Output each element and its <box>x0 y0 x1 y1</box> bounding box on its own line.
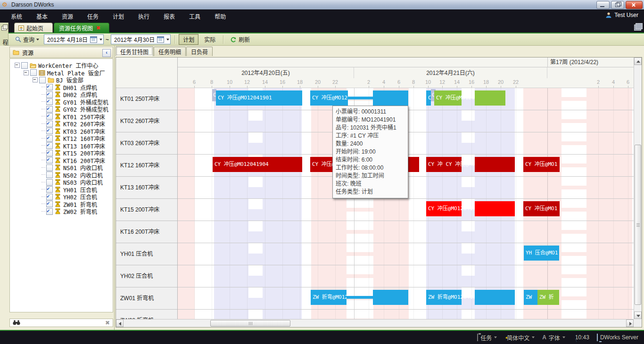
status-item-简体中文[interactable]: 简体中文 <box>504 334 535 342</box>
refresh-button[interactable]: 刷新 <box>227 34 253 44</box>
gantt-tab-任务明细[interactable]: 任务明细 <box>154 47 186 56</box>
tab-home-page[interactable]: 起始页 <box>14 23 53 33</box>
tree-checkbox[interactable] <box>46 201 53 207</box>
menu-item-系统[interactable]: 系统 <box>4 10 29 22</box>
tree-checkbox[interactable] <box>46 84 53 90</box>
task-bar[interactable]: ZW <box>524 290 537 305</box>
scroll-right-button[interactable] <box>626 319 634 327</box>
menu-item-工具[interactable]: 工具 <box>182 10 207 22</box>
tree-item[interactable]: ZW01 折弯机 <box>10 201 113 208</box>
date-from-dropdown-icon[interactable] <box>99 39 102 41</box>
tree-item[interactable]: NS03 内收口机 <box>10 179 113 186</box>
tree-item[interactable]: GY01 外桶成型机 <box>10 98 113 106</box>
task-bar[interactable]: YH 压合@MO1 <box>524 246 559 261</box>
tree-checkbox[interactable] <box>46 98 53 105</box>
status-item-任务[interactable]: 任务 <box>477 334 497 342</box>
tree-checkbox[interactable] <box>46 186 53 193</box>
tree-checkbox[interactable] <box>46 157 53 164</box>
task-bar[interactable]: CY 冲 CY 冲压@MO12041904 <box>426 157 462 172</box>
horizontal-scroll-thumb[interactable] <box>210 320 290 327</box>
task-bar[interactable]: C <box>426 90 431 106</box>
task-bar[interactable]: CY 冲压@MO1 <box>523 157 560 172</box>
task-bar[interactable]: CY 冲压@MO12041904 <box>213 157 302 172</box>
clear-search-icon[interactable]: ✖ <box>105 319 110 326</box>
menu-item-报表[interactable]: 报表 <box>157 10 182 22</box>
task-bar[interactable]: ZW 折弯@MO12041901 <box>426 290 462 305</box>
task-bar[interactable]: CY 冲压@MO12041901 <box>310 90 348 106</box>
gantt-tab-任务甘特图[interactable]: 任务甘特图 <box>116 46 153 56</box>
tab-resource-task-view[interactable]: 资源任务视图 ✖ <box>54 23 109 33</box>
tree-item[interactable]: KT13 160T冲床 <box>10 142 113 150</box>
status-item-DWorks Server[interactable]: DWorks Server <box>597 334 638 341</box>
tree-checkbox[interactable] <box>39 77 46 83</box>
task-bar[interactable] <box>373 90 408 106</box>
menu-item-基本[interactable]: 基本 <box>29 10 55 22</box>
task-bar[interactable] <box>475 90 505 106</box>
scroll-up-button[interactable] <box>634 57 642 65</box>
tree-checkbox[interactable] <box>46 91 53 98</box>
task-bar[interactable]: CY 冲压@MO12041903 <box>426 201 462 216</box>
plan-toggle-button[interactable]: 计划 <box>179 34 198 45</box>
tree-checkbox[interactable] <box>46 121 53 127</box>
tree-checkbox[interactable] <box>46 179 53 186</box>
minimize-button[interactable] <box>596 1 610 9</box>
dropdown-icon[interactable] <box>532 336 535 338</box>
tree-item[interactable]: YH02 压合机 <box>10 193 113 201</box>
task-bar[interactable]: CY 冲压@MO1 <box>523 201 560 216</box>
vertical-scrollbar[interactable] <box>634 57 642 319</box>
tree-checkbox[interactable] <box>46 142 53 149</box>
tree-checkbox[interactable] <box>46 150 53 156</box>
status-item-10:43[interactable]: 10:43 <box>573 334 589 341</box>
menu-item-资源[interactable]: 资源 <box>55 10 80 22</box>
date-to-field[interactable]: 2012年 4月30日 <box>111 34 171 44</box>
expander-icon[interactable] <box>33 77 38 82</box>
tree-checkbox[interactable] <box>46 208 53 215</box>
tree-item[interactable]: NS02 内收口机 <box>10 172 113 179</box>
tree-checkbox[interactable] <box>46 106 53 113</box>
status-item-字体[interactable]: A字体 <box>542 334 565 342</box>
task-bar[interactable] <box>475 201 515 216</box>
tree-item[interactable]: GY02 外桶成型机 <box>10 106 113 113</box>
gantt-tab-日负荷[interactable]: 日负荷 <box>186 47 213 56</box>
close-button[interactable] <box>626 1 643 9</box>
tree-item[interactable]: KT01 250T冲床 <box>10 113 113 121</box>
scroll-down-button[interactable] <box>634 311 642 319</box>
vertical-scroll-thumb[interactable] <box>635 145 641 305</box>
tree-item[interactable]: YH01 压合机 <box>10 186 113 194</box>
task-bar[interactable]: ZW 折 <box>537 290 559 305</box>
expander-icon[interactable] <box>15 63 20 68</box>
task-bar[interactable] <box>373 290 408 305</box>
tree-item[interactable]: KT12 160T冲床 <box>10 135 113 142</box>
expander-icon[interactable] <box>24 70 29 75</box>
tree-checkbox[interactable] <box>46 113 53 120</box>
tree-item[interactable]: WorkCenter 工作中心 <box>10 62 113 69</box>
menu-item-帮助[interactable]: 帮助 <box>207 10 233 22</box>
tree-item[interactable]: DH02 点焊机 <box>10 91 113 98</box>
tree-checkbox[interactable] <box>46 194 53 200</box>
tree-checkbox[interactable] <box>46 164 53 171</box>
tree-item[interactable]: Metal Plate 钣金厂 <box>10 69 113 77</box>
tree-checkbox[interactable] <box>30 69 37 76</box>
tree-item[interactable]: NS01 内收口机 <box>10 164 113 172</box>
restore-button[interactable] <box>611 1 624 9</box>
task-bar[interactable] <box>347 296 373 299</box>
tree-item[interactable]: DH01 点焊机 <box>10 84 113 91</box>
tree-item[interactable]: KT03 260T冲床 <box>10 128 113 135</box>
tree-item[interactable]: ZW02 折弯机 <box>10 208 113 215</box>
task-bar[interactable] <box>475 290 515 305</box>
menu-item-执行[interactable]: 执行 <box>131 10 157 22</box>
tree-item[interactable]: BJ 钣金部 <box>10 76 113 84</box>
query-button[interactable]: 查询 <box>12 34 42 44</box>
dropdown-icon[interactable] <box>494 336 497 338</box>
menu-item-任务[interactable]: 任务 <box>80 10 106 22</box>
tree-item[interactable]: KT16 200T冲床 <box>10 157 113 164</box>
dropdown-icon[interactable] <box>562 336 565 338</box>
menu-item-计划[interactable]: 计划 <box>106 10 131 22</box>
user-box[interactable]: Test User <box>605 12 638 18</box>
query-dropdown-icon[interactable] <box>36 39 39 41</box>
scroll-left-button[interactable] <box>116 319 124 327</box>
task-bar[interactable] <box>475 157 515 172</box>
window-list-icon[interactable] <box>634 25 641 31</box>
date-from-field[interactable]: 2012年 4月18日 <box>44 34 104 44</box>
tree-item[interactable]: KT02 260T冲床 <box>10 120 113 128</box>
